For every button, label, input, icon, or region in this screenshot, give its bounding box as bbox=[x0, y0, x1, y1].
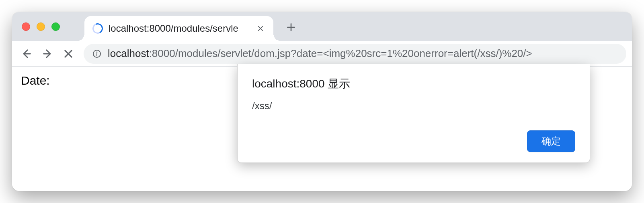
page-content: Date: localhost:8000 显示 /xss/ 确定 bbox=[12, 67, 632, 191]
alert-title: localhost:8000 显示 bbox=[252, 76, 575, 91]
address-bar[interactable]: localhost:8000/modules/servlet/dom.jsp?d… bbox=[84, 44, 626, 64]
alert-actions: 确定 bbox=[252, 130, 575, 152]
browser-tab[interactable]: localhost:8000/modules/servle bbox=[84, 16, 273, 41]
toolbar: localhost:8000/modules/servlet/dom.jsp?d… bbox=[12, 41, 632, 67]
window-controls bbox=[22, 22, 60, 31]
stop-loading-button[interactable] bbox=[59, 45, 77, 63]
arrow-left-icon bbox=[21, 48, 32, 59]
javascript-alert-dialog: localhost:8000 显示 /xss/ 确定 bbox=[237, 64, 590, 163]
back-button[interactable] bbox=[18, 45, 35, 63]
alert-message: /xss/ bbox=[252, 100, 575, 130]
site-info-button[interactable] bbox=[92, 49, 102, 59]
close-window-button[interactable] bbox=[22, 22, 30, 31]
forward-button[interactable] bbox=[39, 45, 56, 63]
browser-window: localhost:8000/modules/servle bbox=[12, 12, 632, 191]
url-path: :8000/modules/servlet/dom.jsp?date=<img%… bbox=[149, 47, 532, 59]
svg-rect-2 bbox=[96, 53, 97, 56]
close-icon bbox=[257, 25, 264, 32]
svg-point-1 bbox=[96, 51, 98, 53]
url-host: localhost bbox=[108, 47, 149, 59]
plus-icon bbox=[286, 22, 296, 32]
alert-ok-button[interactable]: 确定 bbox=[527, 130, 575, 152]
maximize-window-button[interactable] bbox=[51, 22, 60, 31]
url-text: localhost:8000/modules/servlet/dom.jsp?d… bbox=[108, 47, 532, 60]
info-icon bbox=[92, 49, 102, 59]
tab-title: localhost:8000/modules/servle bbox=[109, 23, 249, 34]
close-tab-button[interactable] bbox=[255, 23, 266, 34]
arrow-right-icon bbox=[42, 48, 53, 59]
new-tab-button[interactable] bbox=[283, 19, 299, 35]
tab-strip: localhost:8000/modules/servle bbox=[12, 12, 632, 41]
close-icon bbox=[63, 48, 74, 59]
loading-spinner-icon bbox=[91, 22, 104, 35]
minimize-window-button[interactable] bbox=[37, 22, 45, 31]
